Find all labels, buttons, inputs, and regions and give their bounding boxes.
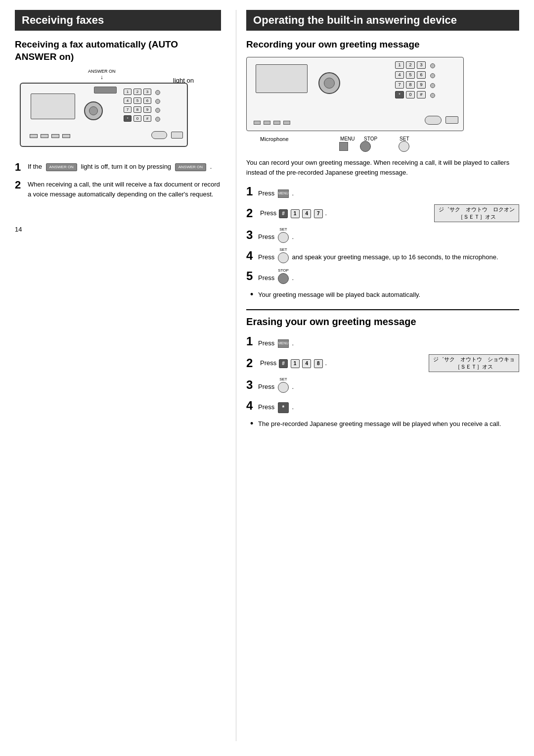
erase-bullet: • The pre-recorded Japanese greeting mes… [246, 419, 519, 429]
jp-display-erase-line2: ［ＳＥＴ］オス [433, 363, 515, 371]
step-2: 2 When receiving a call, the unit will r… [15, 180, 221, 199]
rkey-2: 2 [406, 61, 415, 69]
record-step-4-press: Press [258, 254, 274, 261]
rsb-1 [254, 121, 261, 125]
right-device-illustration: 1 2 3 4 5 6 7 8 9 * 0 # [246, 57, 464, 131]
record-step-4: 4 Press SET and speak your greeting mess… [246, 249, 519, 264]
erase-step-3: 3 Press SET . [246, 378, 519, 393]
rsb-2 [264, 121, 270, 125]
rkey-dot-2 [430, 73, 435, 78]
erase-step-1: 1 Press MENU . [246, 334, 519, 348]
left-subsection-title: Receiving a fax automatically (AUTO ANSW… [15, 39, 221, 63]
rkey-0: 0 [406, 91, 415, 98]
bullet-dot-1: • [250, 290, 255, 300]
device-labels: Microphone MENU STOP SET [246, 133, 464, 152]
small-button-4 [62, 134, 70, 138]
rkey-dot-3 [430, 83, 435, 88]
small-button-3 [51, 134, 59, 138]
right-oval-btn [425, 116, 442, 125]
dial-inner [89, 106, 98, 115]
rkey-6: 6 [417, 71, 426, 79]
bullet-dot-2: • [250, 419, 255, 429]
erase-step-1-text: Press MENU . [258, 338, 519, 348]
step-1-text-mid: light is off, turn it on by pressing [81, 163, 172, 170]
set-btn-erase3: SET [278, 382, 289, 393]
key-0: 0 [134, 115, 141, 122]
oval-button [151, 131, 167, 139]
record-bullet-1: • Your greeting message will be played b… [246, 290, 519, 300]
erase-step-3-num: 3 [246, 378, 256, 392]
record-step-2-text: Press # 1 4 7 . [260, 208, 430, 218]
key-dot-4 [155, 117, 160, 122]
key1-step2: 1 [291, 209, 300, 218]
record-step-1-text: Press MENU . [258, 189, 519, 198]
key-1: 1 [124, 89, 132, 95]
right-fax-screen [256, 64, 308, 93]
stop-btn-step5: STOP [278, 273, 289, 284]
answer-on-button [94, 87, 117, 94]
erase-step-2-text: Press # 1 4 8 . [260, 358, 425, 368]
answer-on-btn-inline-1: ANSWER ON [46, 163, 77, 171]
right-section-header: Operating the built-in answering device [246, 10, 519, 31]
key-dot-1 [155, 90, 160, 95]
erasing-section-title: Erasing your own greeting message [246, 309, 519, 328]
right-bottom-btns [425, 116, 458, 125]
record-step-3-text: Press SET . [258, 232, 519, 243]
left-device-illustration: ANSWER ON ↓ light on [15, 69, 198, 153]
bottom-buttons-left [30, 134, 70, 138]
erase-step-4-text: Press * . [258, 402, 519, 413]
step-1: 1 If the ANSWER ON light is off, turn it… [15, 162, 221, 173]
erase-step-1-press: Press [258, 339, 274, 347]
key4-erase2: 4 [302, 359, 311, 368]
jp-display-record: ジ゛サク オウトウ ロクオン ［ＳＥＴ］オス [434, 204, 519, 222]
key7-step2: 7 [314, 209, 323, 218]
erase-step-2-num: 2 [246, 356, 256, 370]
rkey-hash: # [417, 91, 426, 98]
record-step-1: 1 Press MENU . [246, 185, 519, 198]
stop-btn-label-icon [360, 141, 371, 152]
set-label-step4: SET [279, 247, 287, 253]
rkey-8: 8 [406, 81, 415, 89]
step-1-text-before: If the [28, 163, 42, 170]
two-column-layout: Receiving faxes Receiving a fax automati… [15, 10, 519, 741]
hash-key-step2: # [279, 209, 288, 218]
erase-step-4: 4 Press * . [246, 399, 519, 414]
key1-erase2: 1 [291, 359, 300, 368]
key-hash: # [143, 115, 151, 122]
page-number: 14 [15, 206, 221, 233]
set-btn-step4: SET [278, 252, 289, 263]
erase-bullet-text: The pre-recorded Japanese greeting messa… [258, 419, 501, 429]
star-btn-erase4: * [278, 402, 289, 413]
hash-key-erase2: # [279, 359, 288, 368]
microphone-label: Microphone [260, 136, 288, 142]
fax-machine-body: 1 2 3 4 5 6 7 8 9 * 0 # [20, 83, 188, 147]
record-step-1-press: Press [258, 189, 274, 197]
key8-erase2: 8 [314, 359, 323, 368]
rkey-5: 5 [406, 71, 415, 79]
left-section-header: Receiving faxes [15, 10, 221, 31]
record-step-3-press: Press [258, 233, 274, 240]
menu-btn-step1: MENU [278, 189, 289, 198]
menu-label: MENU [340, 136, 355, 142]
step-1-content: If the ANSWER ON light is off, turn it o… [28, 162, 221, 172]
set-btn-step3: SET [278, 232, 289, 243]
recording-description: You can record your own greeting message… [246, 158, 519, 178]
record-step-4-text2: and speak your greeting message, up to 1… [292, 254, 498, 261]
right-subsection-title: Recording your own greeting message [246, 39, 519, 51]
right-dial-knob [318, 72, 340, 94]
key-7: 7 [124, 106, 132, 113]
small-button-2 [41, 134, 48, 138]
fax-screen [31, 94, 75, 119]
keypad-grid: 1 2 3 4 5 6 7 8 9 * 0 # [124, 89, 162, 123]
erase-step-1-num: 1 [246, 334, 256, 348]
rsb-3 [273, 121, 280, 125]
right-small-btns [254, 121, 290, 125]
key-2: 2 [134, 89, 141, 95]
record-step-4-text: Press SET and speak your greeting messag… [258, 252, 519, 263]
left-column: Receiving faxes Receiving a fax automati… [15, 10, 236, 741]
rkey-dot-4 [430, 93, 435, 98]
dial-knob [84, 101, 103, 120]
right-keypad: 1 2 3 4 5 6 7 8 9 * 0 # [395, 61, 438, 100]
jp-display-erase: ジ゛サク オウトウ ショウキョ ［ＳＥＴ］オス [429, 354, 519, 372]
key-dot-3 [155, 108, 160, 113]
